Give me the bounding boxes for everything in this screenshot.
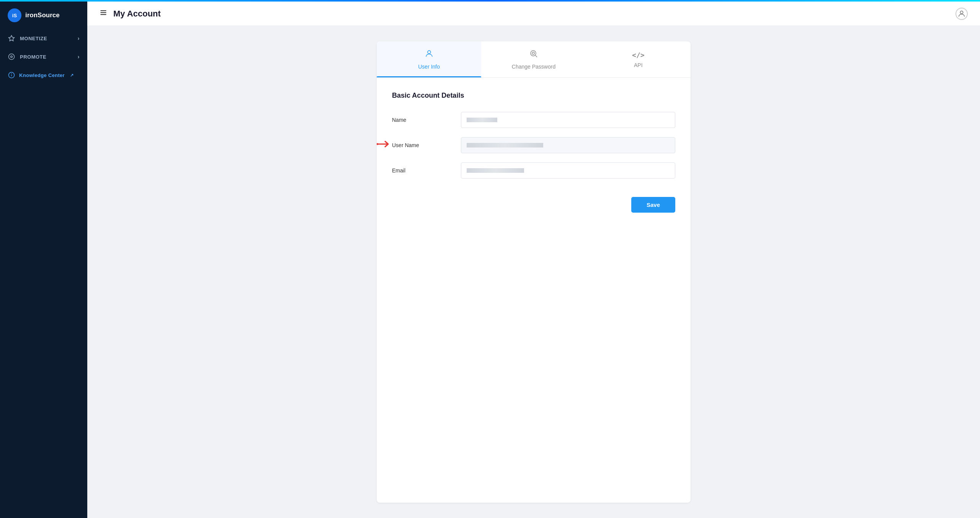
email-row: Email <box>392 162 675 179</box>
user-info-tab-icon <box>425 49 434 61</box>
page-body: User Info Change Password <box>87 26 980 518</box>
form-section: Basic Account Details Name <box>377 78 691 226</box>
save-button[interactable]: Save <box>631 197 675 213</box>
name-label: Name <box>392 117 461 123</box>
promote-chevron: › <box>78 54 80 60</box>
api-tab-icon: </> <box>632 51 645 59</box>
svg-point-10 <box>428 51 431 54</box>
knowledge-center-label: Knowledge Center <box>19 72 65 78</box>
account-card: User Info Change Password <box>377 41 691 503</box>
user-avatar-button[interactable] <box>956 8 968 20</box>
save-row: Save <box>392 191 675 213</box>
sidebar-item-promote[interactable]: PROMOTE › <box>0 48 87 66</box>
username-row: User Name <box>392 137 675 153</box>
svg-point-12 <box>532 52 534 54</box>
sidebar-item-knowledge-center[interactable]: Knowledge Center ↗ <box>0 66 87 84</box>
username-label: User Name <box>392 142 461 148</box>
svg-point-9 <box>960 11 963 13</box>
tab-user-info[interactable]: User Info <box>377 41 481 77</box>
monetize-label: MONETIZE <box>20 36 47 41</box>
arrow-indicator <box>377 140 390 151</box>
name-row: Name <box>392 112 675 128</box>
svg-marker-0 <box>9 36 15 41</box>
logo-area[interactable]: iS ironSource <box>0 2 87 29</box>
username-input[interactable] <box>461 137 675 153</box>
email-label: Email <box>392 167 461 174</box>
change-password-tab-label: Change Password <box>512 64 555 70</box>
app-header: My Account <box>87 2 980 26</box>
monetize-chevron: › <box>78 35 80 41</box>
logo-icon: iS <box>8 8 21 22</box>
svg-point-11 <box>531 51 536 56</box>
svg-point-1 <box>9 54 15 60</box>
svg-point-2 <box>11 56 13 58</box>
monetize-icon <box>8 34 15 42</box>
knowledge-center-icon <box>8 71 15 79</box>
api-tab-label: API <box>634 62 643 68</box>
page-title: My Account <box>113 9 161 19</box>
email-input[interactable] <box>461 162 675 179</box>
promote-label: PROMOTE <box>20 54 46 60</box>
name-input[interactable] <box>461 112 675 128</box>
tab-api[interactable]: </> API <box>586 41 691 77</box>
sidebar-item-monetize[interactable]: MONETIZE › <box>0 29 87 48</box>
logo-text: ironSource <box>25 11 60 19</box>
promote-icon <box>8 53 15 61</box>
user-info-tab-label: User Info <box>418 64 440 70</box>
tabs-container: User Info Change Password <box>377 41 691 78</box>
change-password-tab-icon <box>529 49 538 61</box>
hamburger-button[interactable] <box>100 9 107 18</box>
svg-point-14 <box>377 143 379 145</box>
external-link-icon: ↗ <box>70 73 74 78</box>
sidebar: iS ironSource MONETIZE › <box>0 2 87 518</box>
main-content: My Account <box>87 2 980 518</box>
form-title: Basic Account Details <box>392 92 675 100</box>
svg-line-13 <box>535 56 537 57</box>
tab-change-password[interactable]: Change Password <box>481 41 586 77</box>
